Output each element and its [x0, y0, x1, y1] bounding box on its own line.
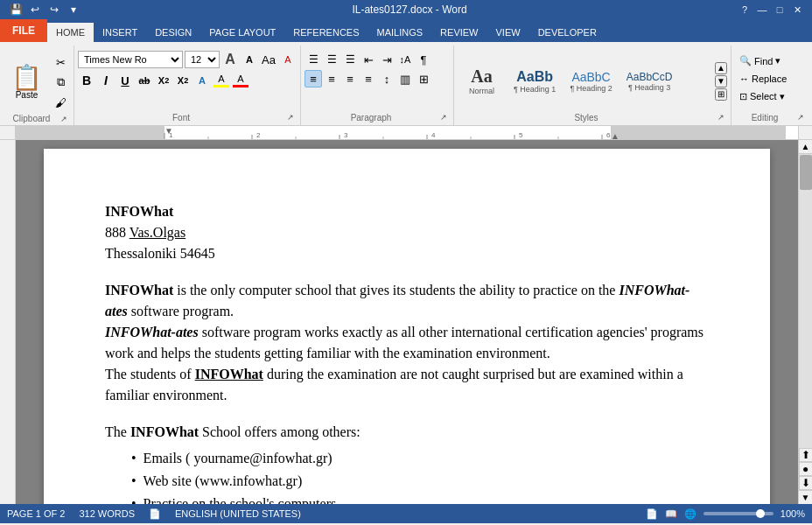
svg-text:2: 2	[256, 131, 261, 139]
styles-scroll-up[interactable]: ▲	[715, 62, 727, 74]
line-spacing-button[interactable]: ↕	[378, 70, 396, 88]
scroll-thumb[interactable]	[800, 155, 812, 190]
format-painter-button[interactable]: 🖌	[51, 93, 70, 112]
tab-page-layout[interactable]: PAGE LAYOUT	[200, 23, 284, 42]
show-formatting-button[interactable]: ¶	[415, 51, 432, 68]
find-button[interactable]: 🔍 Find ▾	[735, 52, 785, 69]
tab-developer[interactable]: DEVELOPER	[529, 23, 606, 42]
text-effect-button[interactable]: A	[193, 72, 211, 89]
align-right-button[interactable]: ≡	[341, 70, 359, 88]
scroll-track[interactable]	[799, 154, 813, 448]
help-button[interactable]: ?	[737, 3, 752, 17]
status-left: PAGE 1 OF 2 312 WORDS 📄 ENGLISH (UNITED …	[7, 508, 301, 520]
vertical-scrollbar[interactable]: ▲ ⬆ ● ⬇ ▼	[798, 140, 812, 504]
address-underline: Vas.Olgas	[130, 225, 186, 240]
style-normal[interactable]: Aa Normal	[458, 64, 506, 98]
infowhat-ates-bold-italic2: INFOWhat-ates	[105, 325, 199, 340]
underline-button[interactable]: U	[116, 72, 134, 89]
replace-icon: ↔	[739, 74, 749, 84]
right-indent-marker[interactable]: ▲	[611, 131, 620, 139]
change-case-button[interactable]: Aa	[260, 51, 277, 68]
font-expand-icon[interactable]: ↗	[284, 111, 297, 123]
clear-formatting-button[interactable]: A	[279, 51, 297, 68]
font-grow-button[interactable]: A	[221, 51, 239, 68]
redo-button[interactable]: ↪	[46, 1, 63, 18]
left-indent-marker[interactable]: ▼	[164, 126, 173, 136]
replace-button[interactable]: ↔ Replace	[735, 71, 791, 87]
superscript-button[interactable]: X2	[174, 72, 192, 89]
shading-button[interactable]: ▥	[396, 70, 414, 88]
scroll-down-button[interactable]: ▼	[799, 490, 813, 504]
cut-button[interactable]: ✂	[51, 52, 70, 72]
para1-text1: is the only computer school that gives i…	[173, 283, 619, 298]
editing-group: 🔍 Find ▾ ↔ Replace ⊡ Select ▾ Editing ↗	[732, 46, 810, 125]
indent-increase-button[interactable]: ⇥	[378, 51, 396, 68]
style-normal-label: Normal	[469, 87, 494, 95]
document-scroll-area[interactable]: INFOWhat 888 Vas.Olgas Thessaloniki 5464…	[16, 140, 798, 504]
tab-design[interactable]: DESIGN	[146, 23, 200, 42]
scroll-up-button[interactable]: ▲	[799, 140, 813, 154]
svg-rect-1	[611, 126, 786, 139]
zoom-slider[interactable]	[704, 512, 774, 515]
quick-access-dropdown[interactable]: ▾	[65, 1, 82, 18]
paragraph-group-label: Paragraph	[304, 113, 438, 122]
editing-expand-icon[interactable]: ↗	[794, 111, 807, 123]
find-dropdown[interactable]: ▾	[775, 55, 780, 66]
minimize-button[interactable]: —	[754, 3, 770, 17]
copy-button[interactable]: ⧉	[51, 73, 70, 92]
view-web-icon[interactable]: 🌐	[684, 508, 696, 520]
infowhat-bold1: INFOWhat	[105, 283, 173, 298]
tab-insert[interactable]: INSERT	[94, 23, 146, 42]
select-button[interactable]: ⊡ Select ▾	[735, 88, 789, 105]
styles-expand-icon[interactable]: ↗	[715, 111, 727, 123]
replace-label: Replace	[752, 74, 787, 84]
paste-button[interactable]: 📋 Paste	[5, 63, 48, 102]
borders-button[interactable]: ⊞	[415, 70, 432, 88]
subscript-button[interactable]: X2	[155, 72, 172, 89]
clipboard-expand-icon[interactable]: ↗	[58, 113, 70, 125]
font-family-select[interactable]: Times New Ro	[78, 51, 183, 68]
page-up-button[interactable]: ⬆	[799, 448, 813, 462]
ribbon-tabs: FILE HOME INSERT DESIGN PAGE LAYOUT REFE…	[0, 19, 812, 42]
save-button[interactable]: 💾	[7, 1, 24, 18]
undo-button[interactable]: ↩	[26, 1, 44, 18]
indent-decrease-button[interactable]: ⇤	[360, 51, 377, 68]
font-color-button[interactable]: A	[232, 72, 249, 89]
justify-button[interactable]: ≡	[360, 70, 377, 88]
align-left-button[interactable]: ≡	[304, 70, 322, 88]
strikethrough-button[interactable]: ab	[136, 72, 153, 89]
styles-more[interactable]: ⊞	[715, 88, 727, 101]
maximize-button[interactable]: □	[772, 3, 788, 17]
multilevel-button[interactable]: ☰	[341, 51, 359, 68]
zoom-thumb[interactable]	[756, 509, 765, 518]
close-button[interactable]: ✕	[789, 3, 805, 17]
font-group: Times New Ro 12 A A Aa A B I U ab X2 X2 …	[74, 46, 301, 125]
tab-file[interactable]: FILE	[0, 19, 47, 42]
font-size-select[interactable]: 12	[185, 51, 220, 68]
align-center-button[interactable]: ≡	[323, 70, 340, 88]
style-heading3[interactable]: AaBbCcD ¶ Heading 3	[620, 68, 679, 94]
numbering-button[interactable]: ☰	[323, 51, 340, 68]
page-down-button[interactable]: ⬇	[799, 476, 813, 490]
tab-review[interactable]: REVIEW	[431, 23, 486, 42]
styles-scroll-down[interactable]: ▼	[715, 75, 727, 88]
font-shrink-button[interactable]: A	[241, 51, 258, 68]
tab-mailings[interactable]: MAILINGS	[368, 23, 432, 42]
ruler-container: 1 2 3 4 5 6 ▼ ▲	[0, 126, 812, 140]
style-heading2[interactable]: AaBbC ¶ Heading 2	[564, 67, 618, 95]
view-reading-icon[interactable]: 📖	[665, 508, 677, 520]
view-normal-icon[interactable]: 📄	[646, 508, 658, 520]
italic-button[interactable]: I	[97, 72, 115, 89]
tab-home[interactable]: HOME	[47, 23, 94, 42]
clipboard-group: 📋 Paste ✂ ⧉ 🖌 Clipboard ↗	[2, 46, 74, 125]
page-select-button[interactable]: ●	[799, 462, 813, 476]
highlight-button[interactable]: A	[213, 72, 230, 89]
tab-view[interactable]: VIEW	[487, 23, 529, 42]
style-heading1[interactable]: AaBb ¶ Heading 1	[508, 66, 562, 96]
font-footer: Font ↗	[78, 109, 297, 125]
bold-button[interactable]: B	[78, 72, 95, 89]
bullets-button[interactable]: ☰	[304, 51, 322, 68]
sort-button[interactable]: ↕A	[396, 51, 414, 68]
paragraph-expand-icon[interactable]: ↗	[438, 111, 450, 123]
tab-references[interactable]: REFERENCES	[284, 23, 368, 42]
